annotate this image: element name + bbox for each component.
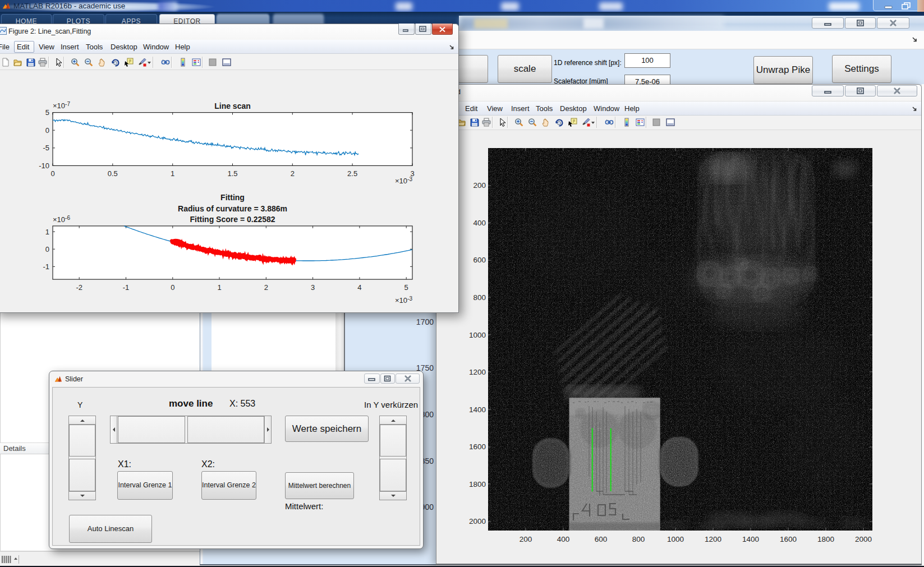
- svg-text:Radius of curvature = 3.886m: Radius of curvature = 3.886m: [178, 204, 287, 213]
- svg-text:-2: -2: [76, 283, 82, 292]
- svg-text:Line scan: Line scan: [214, 102, 251, 110]
- svg-text:5: 5: [45, 108, 49, 117]
- svg-text:-1: -1: [123, 283, 130, 292]
- svg-text:×10-3: ×10-3: [395, 176, 412, 185]
- svg-text:×10-3: ×10-3: [395, 296, 412, 305]
- svg-text:4: 4: [357, 283, 361, 292]
- svg-text:Fitting Score = 0.22582: Fitting Score = 0.22582: [190, 215, 275, 224]
- svg-text:Fitting: Fitting: [220, 193, 245, 202]
- svg-text:0: 0: [45, 245, 49, 253]
- svg-text:×10-7: ×10-7: [53, 101, 70, 110]
- svg-text:2: 2: [291, 169, 295, 178]
- svg-text:-10: -10: [39, 162, 49, 170]
- svg-text:1: 1: [171, 169, 174, 178]
- svg-text:0: 0: [50, 169, 54, 178]
- svg-text:0: 0: [45, 126, 49, 135]
- svg-text:×10-6: ×10-6: [53, 215, 70, 224]
- svg-text:0: 0: [171, 283, 174, 292]
- svg-text:0.5: 0.5: [108, 169, 118, 178]
- svg-text:1: 1: [45, 228, 49, 236]
- svg-text:-1: -1: [43, 262, 49, 271]
- svg-text:1.5: 1.5: [227, 169, 237, 178]
- svg-text:2: 2: [264, 283, 268, 292]
- svg-text:2.5: 2.5: [347, 169, 357, 178]
- svg-text:5: 5: [404, 283, 408, 292]
- svg-text:-5: -5: [43, 144, 49, 152]
- svg-text:3: 3: [311, 283, 315, 292]
- svg-text:1: 1: [217, 283, 221, 292]
